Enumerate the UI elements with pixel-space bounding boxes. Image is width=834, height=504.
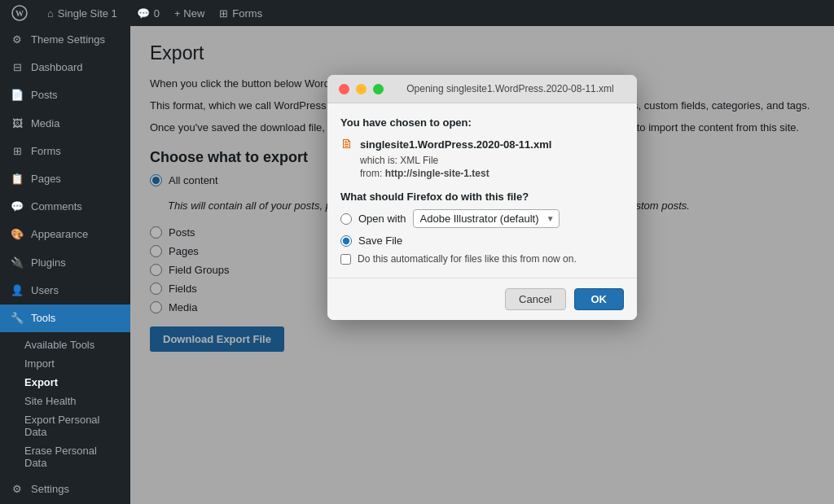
sidebar-item-appearance[interactable]: 🎨 Appearance xyxy=(0,221,130,248)
sidebar-sub-import[interactable]: Import xyxy=(24,354,130,373)
sidebar-item-plugins[interactable]: 🔌 Plugins xyxy=(0,249,130,277)
home-icon: ⌂ xyxy=(47,7,54,20)
svg-text:W: W xyxy=(15,9,24,18)
modal-from-url: http://single-site-1.test xyxy=(385,168,489,179)
sidebar-item-theme-settings[interactable]: ⚙ Theme Settings xyxy=(0,26,130,54)
media-icon: 🖼 xyxy=(10,116,24,131)
open-with-select[interactable]: Adobe Illustrator (default) xyxy=(413,209,560,228)
tools-submenu: Available Tools Import Export Site Healt… xyxy=(0,332,130,476)
modal-minimize-button[interactable] xyxy=(356,84,367,94)
sidebar-sub-site-health[interactable]: Site Health xyxy=(24,392,130,410)
site-name[interactable]: ⌂ Single Site 1 xyxy=(42,7,122,20)
modal-close-button[interactable] xyxy=(339,84,349,94)
modal-auto-checkbox-row[interactable]: Do this automatically for files like thi… xyxy=(340,253,624,265)
sidebar-sub-export[interactable]: Export xyxy=(24,373,130,392)
comments-icon: 💬 xyxy=(10,199,24,214)
forms-icon: ⊞ xyxy=(219,7,228,20)
modal-cancel-button[interactable]: Cancel xyxy=(505,288,565,310)
sidebar-item-posts[interactable]: 📄 Posts xyxy=(0,81,130,109)
forms-menu[interactable]: ⊞ Forms xyxy=(214,7,267,20)
auto-checkbox[interactable] xyxy=(340,254,351,265)
sidebar-sub-available-tools[interactable]: Available Tools xyxy=(24,335,130,354)
modal-option-open-with[interactable]: Open with Adobe Illustrator (default) ▼ xyxy=(340,209,624,228)
new-menu[interactable]: + New xyxy=(174,7,204,20)
sidebar-item-comments[interactable]: 💬 Comments xyxy=(0,193,130,221)
sidebar-item-settings[interactable]: ⚙ Settings xyxy=(0,476,130,503)
modal-option-save-file[interactable]: Save File xyxy=(340,234,624,247)
pages-icon: 📋 xyxy=(10,172,24,186)
modal-which-is: which is: XML File xyxy=(360,155,624,166)
settings-icon: ⚙ xyxy=(10,482,24,497)
modal-title: Opening singlesite1.WordPress.2020-08-11… xyxy=(395,83,626,94)
chosen-label: You have chosen to open: xyxy=(340,116,624,129)
appearance-icon: 🎨 xyxy=(10,227,24,242)
modal-body: You have chosen to open: 🗎 singlesite1.W… xyxy=(327,103,637,278)
layout: ⚙ Theme Settings ⊟ Dashboard 📄 Posts 🖼 M… xyxy=(0,26,834,504)
modal-from: from: http://single-site-1.test xyxy=(360,168,624,179)
sidebar-item-forms[interactable]: ⊞ Forms xyxy=(0,138,130,165)
modal-question: What should Firefox do with this file? xyxy=(340,191,624,203)
xml-file-icon: 🗎 xyxy=(340,137,353,151)
sidebar-sub-export-personal[interactable]: Export Personal Data xyxy=(24,410,130,441)
open-with-select-wrap: Adobe Illustrator (default) ▼ xyxy=(413,209,560,228)
topbar: W ⌂ Single Site 1 💬 0 + New ⊞ Forms xyxy=(0,0,834,26)
sidebar-item-dashboard[interactable]: ⊟ Dashboard xyxy=(0,54,130,81)
modal-ok-button[interactable]: OK xyxy=(574,288,625,310)
file-row: 🗎 singlesite1.WordPress.2020-08-11.xml xyxy=(340,137,624,151)
theme-settings-icon: ⚙ xyxy=(10,33,24,47)
dashboard-icon: ⊟ xyxy=(10,60,24,75)
posts-icon: 📄 xyxy=(10,88,24,103)
file-open-dialog: Opening singlesite1.WordPress.2020-08-11… xyxy=(327,75,637,320)
forms-sidebar-icon: ⊞ xyxy=(10,144,24,159)
save-file-radio[interactable] xyxy=(340,235,352,247)
main-content: Export When you click the button below W… xyxy=(130,26,834,504)
sidebar-item-users[interactable]: 👤 Users xyxy=(0,277,130,305)
tools-icon: 🔧 xyxy=(10,311,24,326)
modal-filename: singlesite1.WordPress.2020-08-11.xml xyxy=(360,138,551,151)
users-icon: 👤 xyxy=(10,283,24,298)
sidebar-item-tools[interactable]: 🔧 Tools xyxy=(0,305,130,332)
sidebar-item-media[interactable]: 🖼 Media xyxy=(0,110,130,138)
wp-logo[interactable]: W xyxy=(7,5,33,21)
comment-icon: 💬 xyxy=(137,7,150,20)
modal-maximize-button[interactable] xyxy=(373,84,384,94)
modal-titlebar: Opening singlesite1.WordPress.2020-08-11… xyxy=(327,75,637,103)
plugins-icon: 🔌 xyxy=(10,256,24,270)
sidebar: ⚙ Theme Settings ⊟ Dashboard 📄 Posts 🖼 M… xyxy=(0,26,130,504)
open-with-radio[interactable] xyxy=(340,213,352,225)
sidebar-sub-erase-personal[interactable]: Erase Personal Data xyxy=(24,441,130,472)
modal-overlay: Opening singlesite1.WordPress.2020-08-11… xyxy=(130,26,834,504)
sidebar-item-pages[interactable]: 📋 Pages xyxy=(0,165,130,193)
comments-count[interactable]: 💬 0 xyxy=(132,7,165,20)
modal-footer: Cancel OK xyxy=(327,278,637,320)
